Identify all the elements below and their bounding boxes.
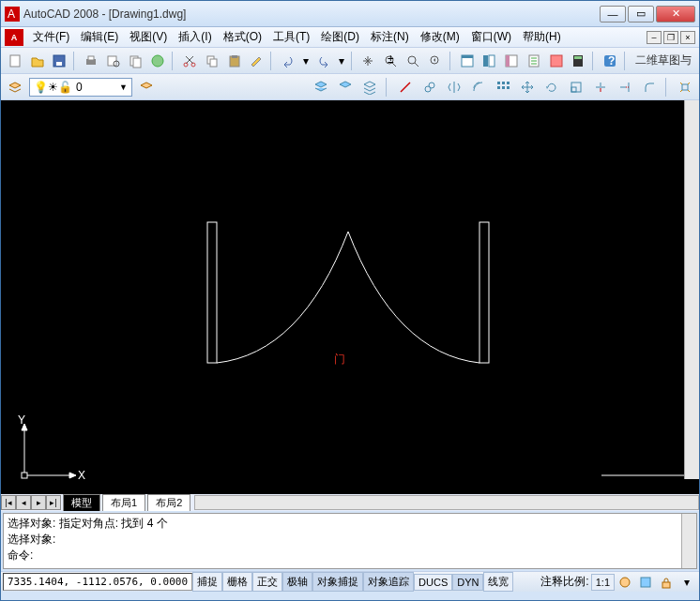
cmd-scrollbar[interactable] (681, 514, 696, 568)
anno-auto-button[interactable] (635, 572, 656, 593)
layout-tab-row: |◂ ◂ ▸ ▸| 模型 布局1 布局2 (1, 494, 699, 511)
trim-button[interactable] (590, 77, 611, 98)
design-center-button[interactable] (479, 51, 499, 71)
save-button[interactable] (50, 51, 70, 71)
help-button[interactable]: ? (600, 51, 620, 71)
menu-tools[interactable]: 工具(T) (267, 27, 315, 47)
close-button[interactable]: ✕ (656, 6, 695, 23)
svg-rect-10 (133, 58, 141, 68)
tab-prev-button[interactable]: ◂ (16, 495, 31, 510)
explode-button[interactable] (675, 77, 695, 98)
layer-previous-button[interactable] (136, 77, 157, 98)
mirror-button[interactable] (444, 77, 464, 98)
svg-rect-24 (483, 55, 488, 67)
svg-rect-29 (551, 55, 562, 67)
layer-combo[interactable]: 💡 ☀ 🔓 0 ▼ (29, 78, 132, 97)
tab-layout1[interactable]: 布局1 (102, 494, 145, 511)
fillet-button[interactable] (639, 77, 660, 98)
acad-logo-icon[interactable]: A (5, 29, 23, 46)
redo-dropdown[interactable]: ▾ (336, 51, 347, 71)
anno-scale-label: 注释比例: (539, 574, 590, 590)
menu-dimension[interactable]: 标注(N) (365, 27, 415, 47)
array-button[interactable] (493, 77, 513, 98)
preview-button[interactable] (103, 51, 124, 71)
calc-button[interactable] (568, 51, 588, 71)
command-window[interactable]: 选择对象: 指定对角点: 找到 4 个 选择对象: 命令: (3, 513, 697, 569)
undo-dropdown[interactable]: ▾ (300, 51, 312, 71)
cut-button[interactable] (179, 51, 200, 71)
scale-button[interactable] (566, 77, 586, 98)
undo-button[interactable] (278, 51, 298, 71)
move-button[interactable] (517, 77, 538, 98)
svg-rect-27 (506, 55, 510, 67)
redo-button[interactable] (313, 51, 334, 71)
line-button[interactable] (395, 77, 416, 98)
menu-edit[interactable]: 编辑(E) (75, 27, 124, 47)
mdi-restore-button[interactable]: ❐ (663, 31, 678, 44)
zoom-previous-button[interactable] (425, 51, 446, 71)
tab-model[interactable]: 模型 (63, 494, 100, 511)
plot-button[interactable] (148, 51, 169, 71)
layer-uniso-button[interactable] (359, 77, 380, 98)
layer-states-button[interactable] (311, 77, 331, 98)
menu-file[interactable]: 文件(F) (27, 27, 75, 47)
cmd-history-line: 选择对象: (8, 532, 692, 548)
status-grid[interactable]: 栅格 (222, 572, 252, 592)
zoom-window-button[interactable] (403, 51, 423, 71)
mdi-minimize-button[interactable]: – (647, 31, 662, 44)
status-polar[interactable]: 极轴 (282, 572, 312, 592)
horizontal-scrollbar[interactable] (194, 495, 699, 510)
tab-layout2[interactable]: 布局2 (147, 494, 190, 511)
publish-button[interactable] (126, 51, 146, 71)
markup-button[interactable] (546, 51, 567, 71)
extend-button[interactable] (615, 77, 635, 98)
open-button[interactable] (27, 51, 48, 71)
status-snap[interactable]: 捕捉 (192, 572, 222, 592)
svg-rect-23 (462, 55, 473, 58)
tool-palette-button[interactable] (501, 51, 522, 71)
anno-scale-value[interactable]: 1:1 (591, 574, 615, 591)
minimize-button[interactable]: — (600, 6, 626, 23)
menu-format[interactable]: 格式(O) (218, 27, 267, 47)
cmd-prompt[interactable]: 命令: (8, 548, 692, 563)
status-ortho[interactable]: 正交 (252, 572, 282, 592)
status-ducs[interactable]: DUCS (414, 574, 452, 591)
drawing-canvas[interactable]: 门 X Y (1, 100, 686, 494)
layer-props-button[interactable] (5, 77, 25, 98)
menu-insert[interactable]: 插入(I) (173, 27, 217, 47)
menu-draw[interactable]: 绘图(D) (315, 27, 365, 47)
status-otrack[interactable]: 对象追踪 (363, 572, 414, 592)
rotate-button[interactable] (541, 77, 562, 98)
tab-first-button[interactable]: |◂ (1, 495, 16, 510)
paste-button[interactable] (224, 51, 245, 71)
print-button[interactable] (81, 51, 101, 71)
svg-rect-15 (210, 59, 217, 67)
menu-window[interactable]: 窗口(W) (465, 27, 517, 47)
status-lock-icon[interactable] (656, 572, 677, 593)
tab-last-button[interactable]: ▸| (46, 495, 61, 510)
pan-button[interactable] (358, 51, 379, 71)
menu-help[interactable]: 帮助(H) (517, 27, 567, 47)
status-lwt[interactable]: 线宽 (483, 572, 513, 592)
properties-button[interactable] (457, 51, 478, 71)
mdi-close-button[interactable]: × (680, 31, 695, 44)
sheet-set-button[interactable] (524, 51, 544, 71)
svg-rect-39 (497, 86, 500, 89)
menu-modify[interactable]: 修改(M) (415, 27, 465, 47)
vertical-scrollbar[interactable] (684, 100, 699, 479)
maximize-button[interactable]: ▭ (628, 6, 654, 23)
match-button[interactable] (247, 51, 267, 71)
copy-button[interactable] (202, 51, 222, 71)
menu-view[interactable]: 视图(V) (124, 27, 173, 47)
status-osnap[interactable]: 对象捕捉 (312, 572, 363, 592)
layer-iso-button[interactable] (335, 77, 356, 98)
offset-button[interactable] (468, 77, 489, 98)
new-button[interactable] (5, 51, 25, 71)
svg-text:?: ? (608, 54, 615, 68)
zoom-realtime-button[interactable]: ± (380, 51, 401, 71)
copy-obj-button[interactable] (419, 77, 440, 98)
anno-vis-button[interactable] (615, 572, 635, 593)
status-dyn[interactable]: DYN (452, 574, 483, 591)
tab-next-button[interactable]: ▸ (31, 495, 46, 510)
status-tray-button[interactable]: ▾ (677, 572, 697, 593)
